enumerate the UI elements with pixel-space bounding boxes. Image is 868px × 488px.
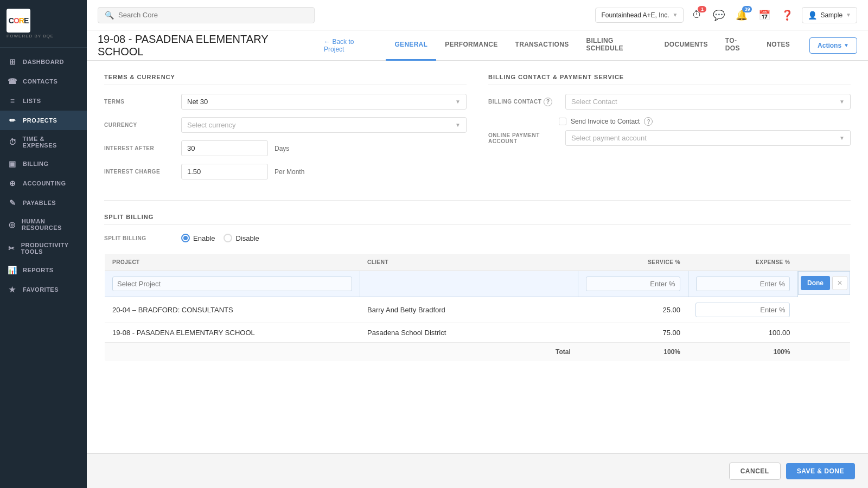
tab-todos[interactable]: TO-DOS xyxy=(717,30,758,61)
interest-charge-input[interactable] xyxy=(181,164,268,179)
total-row: Total 100% 100% xyxy=(105,343,851,362)
cancel-button[interactable]: CANCEL xyxy=(729,463,781,480)
logo-area: CORE POWERED BY BQE xyxy=(0,0,87,48)
actions-button[interactable]: Actions ▼ xyxy=(809,37,857,54)
sidebar-item-lists[interactable]: ≡ LISTS xyxy=(0,91,87,111)
sidebar-item-human-resources[interactable]: ◎ HUMAN RESOURCES xyxy=(0,213,87,236)
online-payment-placeholder: Select payment account xyxy=(571,134,647,142)
payables-icon: ✎ xyxy=(8,198,17,207)
currency-select[interactable]: Select currency ▼ xyxy=(181,117,467,133)
chat-button[interactable]: 💬 xyxy=(711,7,727,23)
disable-radio-dot xyxy=(224,234,232,242)
split-billing-section-title: SPLIT BILLING xyxy=(104,214,851,225)
new-service-input[interactable] xyxy=(586,277,680,291)
done-button[interactable]: Done xyxy=(801,276,830,290)
sidebar-item-dashboard[interactable]: ⊞ DASHBOARD xyxy=(0,52,87,72)
back-link[interactable]: ← Back to Project xyxy=(324,38,375,53)
split-billing-disable[interactable]: Disable xyxy=(224,234,259,242)
sidebar-item-favorites[interactable]: ★ FAVORITES xyxy=(0,280,87,299)
send-invoice-help-icon[interactable]: ? xyxy=(644,117,653,126)
sidebar-label-dashboard: DASHBOARD xyxy=(23,59,64,65)
user-menu[interactable]: 👤 Sample ▼ xyxy=(802,7,857,23)
interest-charge-label: INTEREST CHARGE xyxy=(104,169,175,175)
sidebar-item-payables[interactable]: ✎ PAYABLES xyxy=(0,193,87,213)
sidebar-item-projects[interactable]: ✏ PROJECTS xyxy=(0,111,87,130)
currency-placeholder: Select currency xyxy=(187,121,236,129)
productivity-icon: ✂ xyxy=(8,244,16,253)
online-payment-chevron-icon: ▼ xyxy=(839,135,845,141)
tab-notes[interactable]: NOTES xyxy=(758,30,799,61)
total-expense: 100% xyxy=(688,343,797,362)
tab-billing-schedule[interactable]: BILLING SCHEDULE xyxy=(577,30,655,61)
sidebar-label-lists: LISTS xyxy=(23,98,41,104)
calendar-button[interactable]: 📅 xyxy=(756,7,773,23)
new-project-input[interactable] xyxy=(112,277,352,291)
sidebar-item-billing[interactable]: ▣ BILLING xyxy=(0,154,87,174)
actions-label: Actions xyxy=(818,42,841,49)
contacts-icon: ☎ xyxy=(8,77,17,86)
total-label: Total xyxy=(360,343,578,362)
tab-documents[interactable]: DOCUMENTS xyxy=(656,30,717,61)
row2-service: 75.00 xyxy=(578,323,688,343)
row2-expense: 100.00 xyxy=(688,323,797,343)
billing-contact-help-icon[interactable]: ? xyxy=(544,98,552,106)
col-actions-header xyxy=(797,254,850,271)
notifications-button[interactable]: 🔔 39 xyxy=(733,7,750,23)
topbar-right: Fountainhead A+E, Inc. ▼ ⏱ 1 💬 🔔 39 📅 ❓ … xyxy=(595,7,857,23)
tab-general[interactable]: GENERAL xyxy=(386,30,436,61)
dashboard-icon: ⊞ xyxy=(8,57,17,66)
row1-expense-input[interactable] xyxy=(695,303,790,317)
help-button[interactable]: ❓ xyxy=(779,7,795,23)
send-invoice-label: Send Invoice to Contact xyxy=(571,118,640,125)
online-payment-select[interactable]: Select payment account ▼ xyxy=(565,130,851,146)
terms-value: Net 30 xyxy=(187,98,208,106)
col-client-header: CLIENT xyxy=(360,254,578,271)
page-header: 19-08 - PASADENA ELEMENTARY SCHOOL ← Bac… xyxy=(87,30,868,61)
sidebar: CORE POWERED BY BQE ⊞ DASHBOARD ☎ CONTAC… xyxy=(0,0,87,488)
search-input[interactable] xyxy=(118,11,308,19)
section-divider xyxy=(104,200,851,201)
sidebar-label-time-expenses: TIME & EXPENSES xyxy=(23,136,79,149)
split-billing-radio-group: Enable Disable xyxy=(181,234,259,242)
sidebar-label-reports: REPORTS xyxy=(23,267,54,273)
interest-after-suffix: Days xyxy=(275,145,307,152)
sidebar-item-reports[interactable]: 📊 REPORTS xyxy=(0,260,87,280)
user-chevron-icon: ▼ xyxy=(846,12,851,18)
split-billing-table: PROJECT CLIENT SERVICE % EXPENSE % xyxy=(104,253,851,362)
split-billing-enable[interactable]: Enable xyxy=(181,234,215,242)
terms-select[interactable]: Net 30 ▼ xyxy=(181,94,467,110)
total-service: 100% xyxy=(578,343,688,362)
notifications-badge: 39 xyxy=(742,6,752,12)
main-content: 🔍 Fountainhead A+E, Inc. ▼ ⏱ 1 💬 🔔 39 📅 xyxy=(87,0,868,488)
enable-radio-dot xyxy=(181,234,190,242)
table-row: 19-08 - PASADENA ELEMENTARY SCHOOL Pasad… xyxy=(105,323,851,343)
sidebar-item-productivity-tools[interactable]: ✂ PRODUCTIVITY TOOLS xyxy=(0,236,87,260)
human-resources-icon: ◎ xyxy=(8,220,16,229)
terms-chevron-icon: ▼ xyxy=(455,99,461,105)
row1-client: Barry And Betty Bradford xyxy=(360,297,578,323)
new-row-cancel-button[interactable]: ✕ xyxy=(832,276,847,290)
new-expense-input[interactable] xyxy=(696,277,790,291)
company-selector[interactable]: Fountainhead A+E, Inc. ▼ xyxy=(595,8,684,23)
tab-transactions[interactable]: TRANSACTIONS xyxy=(507,30,578,61)
terms-group: TERMS Net 30 ▼ xyxy=(104,94,467,110)
user-label: Sample xyxy=(820,11,843,19)
search-box[interactable]: 🔍 xyxy=(98,7,315,23)
interest-after-input[interactable] xyxy=(181,140,268,156)
save-done-button[interactable]: SAVE & DONE xyxy=(786,463,855,479)
tab-performance[interactable]: PERFORMANCE xyxy=(436,30,506,61)
row1-actions xyxy=(797,297,850,323)
send-invoice-checkbox[interactable] xyxy=(559,118,566,125)
billing-contact-col: BILLING CONTACT & PAYMENT SERVICE BILLIN… xyxy=(488,74,851,187)
favorites-icon: ★ xyxy=(8,285,17,294)
topbar: 🔍 Fountainhead A+E, Inc. ▼ ⏱ 1 💬 🔔 39 📅 xyxy=(87,0,868,30)
sidebar-item-time-expenses[interactable]: ⏱ TIME & EXPENSES xyxy=(0,130,87,154)
sidebar-item-contacts[interactable]: ☎ CONTACTS xyxy=(0,72,87,91)
sidebar-item-accounting[interactable]: ⊕ ACCOUNTING xyxy=(0,174,87,193)
content-inner: TERMS & CURRENCY TERMS Net 30 ▼ CURRENCY… xyxy=(87,61,868,453)
billing-contact-chevron-icon: ▼ xyxy=(839,99,845,105)
billing-contact-select[interactable]: Select Contact ▼ xyxy=(565,94,851,110)
col-service-header: SERVICE % xyxy=(578,254,688,271)
timer-button[interactable]: ⏱ 1 xyxy=(690,7,704,23)
new-row: Done ✕ xyxy=(105,271,851,297)
